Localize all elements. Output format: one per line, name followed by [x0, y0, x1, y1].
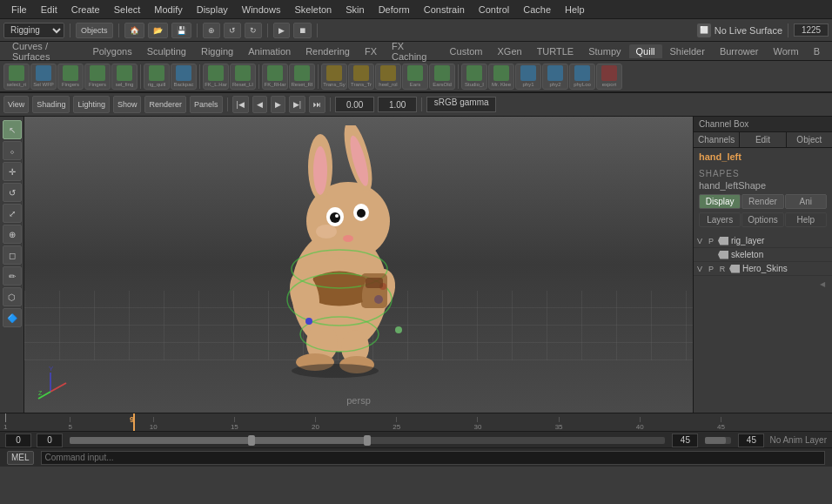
render-tab[interactable]: Render: [741, 194, 783, 209]
shelf-icon-22[interactable]: Mr. Klee: [488, 64, 514, 90]
shelf-icon-2[interactable]: Fingers: [57, 64, 84, 90]
soft-select[interactable]: ◻: [3, 245, 22, 265]
timeline-handle-left[interactable]: [248, 435, 255, 446]
shelf-tab-b[interactable]: B: [807, 44, 827, 58]
universal-tool[interactable]: ⊕: [3, 225, 22, 244]
objects-button[interactable]: Objects: [76, 23, 113, 38]
shelf-icon-26[interactable]: export: [596, 64, 622, 90]
home-button[interactable]: 🏠: [124, 23, 144, 38]
shelf-icon-18[interactable]: Ears: [402, 64, 428, 90]
shelf-icon-0[interactable]: select_ri: [3, 64, 30, 90]
scale-input[interactable]: [378, 97, 417, 112]
mode-select[interactable]: Rigging: [3, 23, 64, 38]
menu-item-file[interactable]: File: [5, 3, 33, 17]
timeline-range-bar2[interactable]: [705, 437, 731, 444]
lighting-menu[interactable]: Lighting: [73, 96, 110, 113]
menu-item-help[interactable]: Help: [559, 3, 591, 17]
tab-edit[interactable]: Edit: [740, 132, 786, 147]
redo-button[interactable]: ↻: [245, 23, 262, 38]
shelf-tab-rigging[interactable]: Rigging: [194, 44, 240, 58]
renderer-menu[interactable]: Renderer: [144, 96, 186, 113]
shelf-icon-23[interactable]: phy1: [515, 64, 541, 90]
lasso-tool[interactable]: ⬦: [3, 141, 22, 160]
tab-object[interactable]: Object: [787, 132, 832, 147]
shelf-icon-19[interactable]: EarsOld: [429, 64, 455, 90]
anim-tab[interactable]: Ani: [785, 194, 827, 209]
shelf-icon-7[interactable]: Backpac: [171, 64, 197, 90]
layer-row-skeleton[interactable]: skeleton: [694, 248, 832, 262]
shelf-icon-13[interactable]: Reset_RI: [289, 64, 315, 90]
shelf-icon-17[interactable]: heel_rol: [375, 64, 401, 90]
select-tool[interactable]: ↖: [3, 120, 22, 139]
time-input[interactable]: [335, 97, 374, 112]
shelf-icon-3[interactable]: Fingers: [84, 64, 111, 90]
vp-step-fwd[interactable]: ▶|: [289, 96, 305, 113]
shelf-icon-24[interactable]: phy2: [542, 64, 568, 90]
shelf-tab-stumpy[interactable]: Stumpy: [581, 44, 627, 58]
help-sub-tab[interactable]: Help: [785, 212, 827, 227]
shelf-tab-fx-caching[interactable]: FX Caching: [385, 39, 442, 64]
open-button[interactable]: 📂: [148, 23, 168, 38]
vp-next-key[interactable]: ⏭: [309, 96, 325, 113]
show-manip[interactable]: ⬡: [3, 287, 22, 306]
vp-step-back[interactable]: ◀: [252, 96, 267, 113]
rotate-tool[interactable]: ↺: [3, 183, 22, 202]
timeline-range-bar[interactable]: [70, 437, 665, 444]
shelf-tab-polygons[interactable]: Polygons: [85, 44, 138, 58]
shelf-icon-21[interactable]: Studio_I: [461, 64, 487, 90]
undo-button[interactable]: ↺: [224, 23, 241, 38]
layer-row-rig[interactable]: V P rig_layer: [694, 234, 832, 248]
play-button[interactable]: ▶: [273, 23, 290, 38]
shelf-icon-6[interactable]: rig_quill: [144, 64, 170, 90]
stop-button[interactable]: ⏹: [293, 23, 312, 38]
shelf-tab-rendering[interactable]: Rendering: [299, 44, 357, 58]
shelf-tab-animation[interactable]: Animation: [241, 44, 298, 58]
show-menu[interactable]: Show: [113, 96, 142, 113]
shelf-icon-12[interactable]: FK_RHar: [262, 64, 288, 90]
menu-item-deform[interactable]: Deform: [372, 3, 416, 17]
timeline-ruler[interactable]: 1510152025303540459: [0, 413, 832, 431]
vp-prev-frame[interactable]: |◀: [232, 96, 249, 113]
mel-button[interactable]: MEL: [7, 451, 34, 465]
shelf-icon-16[interactable]: Trans_Tr: [348, 64, 374, 90]
shelf-tab-shielder[interactable]: Shielder: [663, 44, 712, 58]
scroll-left[interactable]: ◀: [816, 278, 829, 290]
menu-item-constrain[interactable]: Constrain: [418, 3, 471, 17]
shelf-tab-custom[interactable]: Custom: [443, 44, 490, 58]
timeline-frame-label[interactable]: [738, 433, 764, 447]
menu-item-display[interactable]: Display: [191, 3, 234, 17]
shelf-icon-1[interactable]: Sel WFP: [30, 64, 57, 90]
shelf-tab-curves-/-surfaces[interactable]: Curves / Surfaces: [5, 39, 84, 64]
viewport[interactable]: Y Z persp: [24, 117, 693, 413]
timeline-keyframe-input[interactable]: [37, 433, 63, 447]
paint-tool[interactable]: ✏: [3, 266, 22, 286]
save-button[interactable]: 💾: [171, 23, 191, 38]
shelf-tab-quill[interactable]: Quill: [629, 44, 662, 58]
shelf-tab-xgen[interactable]: XGen: [490, 44, 528, 58]
shelf-icon-15[interactable]: Trans_Sy: [321, 64, 347, 90]
shelf-tab-burrower[interactable]: Burrower: [713, 44, 766, 58]
menu-item-windows[interactable]: Windows: [236, 3, 287, 17]
menu-item-create[interactable]: Create: [65, 3, 106, 17]
layer-row-hero[interactable]: V P R Hero_Skins: [694, 262, 832, 276]
shelf-icon-10[interactable]: Reset_LI: [230, 64, 256, 90]
menu-item-select[interactable]: Select: [108, 3, 147, 17]
shelf-tab-turtle[interactable]: TURTLE: [530, 44, 581, 58]
move-tool[interactable]: ✛: [3, 162, 22, 181]
shading-menu[interactable]: Shading: [32, 96, 70, 113]
display-tab[interactable]: Display: [699, 194, 741, 209]
shelf-icon-9[interactable]: FK_L.Har: [203, 64, 229, 90]
timeline-end-input[interactable]: [672, 433, 698, 447]
menu-item-skeleton[interactable]: Skeleton: [288, 3, 338, 17]
options-sub-tab[interactable]: Options: [741, 212, 783, 227]
menu-item-edit[interactable]: Edit: [35, 3, 64, 17]
transform-button[interactable]: ⊕: [203, 23, 220, 38]
panels-menu[interactable]: Panels: [190, 96, 223, 113]
shelf-tab-fx[interactable]: FX: [358, 44, 384, 58]
scale-tool[interactable]: ⤢: [3, 204, 22, 223]
shelf-tab-worm[interactable]: Worm: [767, 44, 806, 58]
menu-item-control[interactable]: Control: [473, 3, 515, 17]
shelf-icon-25[interactable]: phyLoo: [569, 64, 595, 90]
command-input[interactable]: [41, 451, 825, 465]
menu-item-modify[interactable]: Modify: [148, 3, 188, 17]
